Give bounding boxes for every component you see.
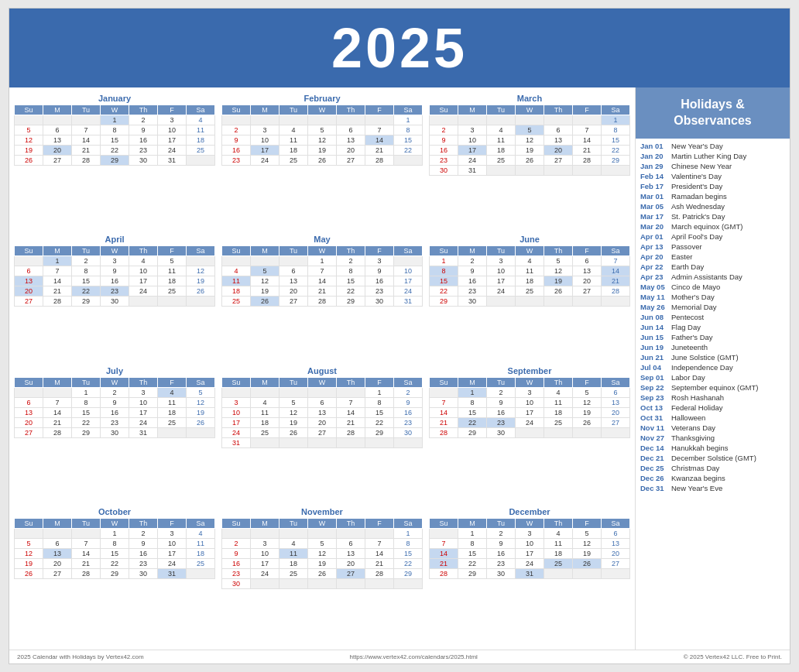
calendar-day: 7 [430,538,458,548]
calendar-day [516,427,544,437]
calendar-day: 28 [365,568,394,578]
holiday-name: Ash Wednesday [671,202,725,211]
calendar-day [308,578,337,588]
calendar-day: 4 [129,256,158,266]
calendar-day: 14 [365,548,394,558]
calendar-day [337,578,365,588]
calendar-day: 24 [129,417,158,427]
calendar-day: 9 [129,125,158,135]
calendar-day: 16 [458,276,487,286]
calendar-day: 23 [222,568,251,578]
calendar-day: 23 [365,286,394,297]
day-header: Tu [72,105,101,115]
calendar-day [279,437,308,447]
calendar-day: 5 [15,125,43,135]
calendar-day: 13 [602,397,630,407]
holiday-item: Dec 31New Year's Eve [640,484,785,492]
calendar-day: 11 [222,276,251,286]
day-header: Su [430,105,458,115]
holiday-date: Dec 25 [640,464,671,472]
calendar-day: 14 [43,407,72,417]
calendar-day: 5 [279,397,308,407]
holiday-item: Dec 21December Solstice (GMT) [640,454,785,462]
calendar-day: 15 [365,407,394,417]
day-header: W [516,105,544,115]
day-header: M [251,377,279,387]
calendar-day [222,256,251,266]
calendar-day: 17 [129,276,158,286]
calendar-day: 16 [430,146,458,156]
calendar-day: 15 [394,548,423,558]
calendar-day: 21 [365,146,394,156]
holiday-item: May 26Memorial Day [640,303,785,311]
holiday-date: Oct 13 [640,403,671,412]
calendar-day: 10 [458,135,487,146]
calendar-day: 12 [279,407,308,417]
calendar-day: 20 [43,558,72,568]
calendar-day: 16 [487,407,516,417]
day-header: Su [15,105,43,115]
calendar-day: 27 [279,297,308,307]
calendar-day: 12 [544,266,573,276]
day-header: W [101,246,129,256]
calendar-day: 29 [430,297,458,307]
calendar-day [308,437,337,447]
calendar-day [337,115,365,125]
month-block-september: SeptemberSuMTuWThFSa12345678910111213141… [429,366,630,502]
calendar-day: 18 [187,548,215,558]
calendar-day: 15 [101,135,129,146]
calendar-day: 4 [187,115,215,125]
calendar-day: 5 [187,387,215,397]
calendar-day [308,528,337,538]
calendar-day: 13 [602,538,630,548]
day-header: Th [129,105,158,115]
calendar-day: 1 [394,528,423,538]
calendar-day [573,166,602,176]
day-header: Th [129,518,158,528]
holiday-date: Jan 29 [640,162,671,170]
holiday-item: Feb 17President's Day [640,182,785,190]
calendar-day: 16 [394,407,423,417]
calendar-day: 7 [337,397,365,407]
calendar-day: 6 [573,256,602,266]
holiday-name: Independence Day [671,363,733,372]
holiday-item: May 11Mother's Day [640,293,785,301]
calendar-day: 22 [365,417,394,427]
calendar-day: 18 [516,276,544,286]
calendar-day: 15 [101,548,129,558]
calendar-day [487,297,516,307]
holiday-name: Flag Day [671,323,701,331]
calendar-day: 4 [487,125,516,135]
calendar-day: 25 [487,156,516,166]
day-header: Sa [602,246,630,256]
calendar-day: 30 [129,156,158,166]
calendar-day: 29 [602,156,630,166]
calendar-day: 17 [129,407,158,417]
calendar-day: 8 [394,538,423,548]
calendar-day: 6 [602,387,630,397]
day-header: Tu [487,377,516,387]
calendar-day: 10 [516,397,544,407]
calendar-day: 4 [158,387,187,397]
calendar-day: 17 [487,276,516,286]
calendar-day [573,297,602,307]
calendar-day [544,115,573,125]
calendar-day: 7 [365,125,394,135]
day-header: F [158,246,187,256]
month-block-august: AugustSuMTuWThFSa12345678910111213141516… [221,366,423,502]
calendar-day: 13 [279,276,308,286]
calendar-day: 5 [516,125,544,135]
calendar-day [602,427,630,437]
calendar-day [394,156,423,166]
calendar-day: 5 [544,256,573,266]
month-title: August [221,366,423,375]
calendar-day: 8 [337,266,365,276]
holiday-item: Apr 22Earth Day [640,262,785,271]
day-header: M [458,246,487,256]
calendar-day: 1 [101,528,129,538]
calendar-day: 2 [394,387,423,397]
calendar-day [516,115,544,125]
holiday-name: New Year's Day [671,142,723,150]
holiday-date: Mar 17 [640,212,671,221]
day-header: Th [337,518,365,528]
